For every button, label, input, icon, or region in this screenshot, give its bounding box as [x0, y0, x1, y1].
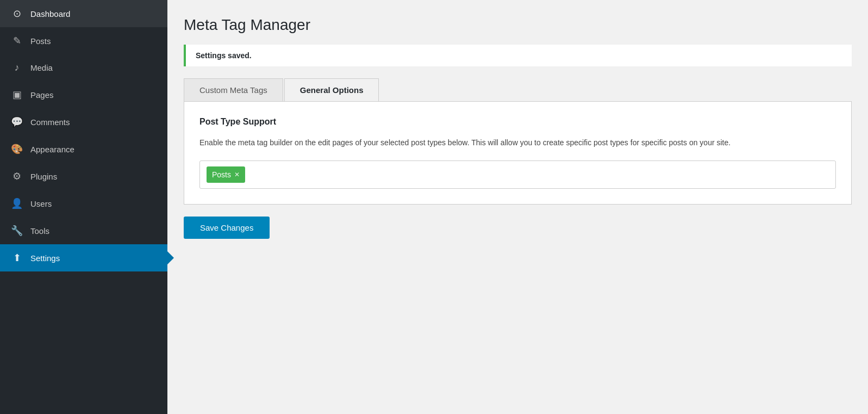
- tabs: Custom Meta Tags General Options: [184, 78, 852, 101]
- sidebar-item-label: Media: [30, 63, 53, 72]
- tools-icon: 🔧: [11, 225, 23, 237]
- sidebar-item-pages[interactable]: ▣ Pages: [0, 81, 167, 108]
- media-icon: ♪: [11, 62, 23, 73]
- dashboard-icon: ⊙: [11, 8, 23, 20]
- tab-general-options[interactable]: General Options: [284, 78, 379, 101]
- posts-tag[interactable]: Posts ✕: [207, 166, 245, 183]
- sidebar-item-label: Pages: [30, 90, 54, 100]
- sidebar: ⊙ Dashboard ✎ Posts ♪ Media ▣ Pages 💬 Co…: [0, 0, 167, 414]
- card-title: Post Type Support: [199, 117, 836, 127]
- sidebar-item-users[interactable]: 👤 Users: [0, 190, 167, 217]
- posts-icon: ✎: [11, 35, 23, 47]
- sidebar-item-label: Comments: [30, 118, 70, 127]
- sidebar-item-label: Dashboard: [30, 9, 70, 18]
- sidebar-item-plugins[interactable]: ⚙ Plugins: [0, 163, 167, 190]
- card-description: Enable the meta tag builder on the edit …: [199, 137, 836, 149]
- page-title: Meta Tag Manager: [184, 16, 852, 34]
- pages-icon: ▣: [11, 89, 23, 101]
- appearance-icon: 🎨: [11, 143, 23, 155]
- plugins-icon: ⚙: [11, 170, 23, 182]
- users-icon: 👤: [11, 197, 23, 209]
- sidebar-item-comments[interactable]: 💬 Comments: [0, 108, 167, 135]
- sidebar-item-appearance[interactable]: 🎨 Appearance: [0, 135, 167, 163]
- sidebar-item-label: Posts: [30, 36, 51, 46]
- tab-custom-meta-tags[interactable]: Custom Meta Tags: [184, 78, 283, 101]
- sidebar-item-label: Plugins: [30, 172, 57, 181]
- sidebar-item-label: Tools: [30, 226, 49, 236]
- tag-remove-icon[interactable]: ✕: [234, 171, 240, 178]
- sidebar-item-tools[interactable]: 🔧 Tools: [0, 217, 167, 244]
- sidebar-item-posts[interactable]: ✎ Posts: [0, 27, 167, 54]
- comments-icon: 💬: [11, 116, 23, 128]
- settings-icon: ⬆: [11, 252, 23, 264]
- sidebar-item-label: Users: [30, 199, 52, 208]
- save-changes-button[interactable]: Save Changes: [184, 217, 270, 239]
- post-type-tag-area[interactable]: Posts ✕: [199, 160, 836, 189]
- sidebar-item-label: Settings: [30, 254, 60, 263]
- tag-label: Posts: [212, 170, 231, 179]
- sidebar-item-settings[interactable]: ⬆ Settings: [0, 244, 167, 271]
- main-content: Meta Tag Manager Settings saved. Custom …: [167, 0, 868, 414]
- general-options-card: Post Type Support Enable the meta tag bu…: [184, 101, 852, 205]
- settings-saved-notice: Settings saved.: [184, 45, 852, 66]
- sidebar-item-media[interactable]: ♪ Media: [0, 54, 167, 81]
- sidebar-item-label: Appearance: [30, 145, 74, 154]
- sidebar-item-dashboard[interactable]: ⊙ Dashboard: [0, 0, 167, 27]
